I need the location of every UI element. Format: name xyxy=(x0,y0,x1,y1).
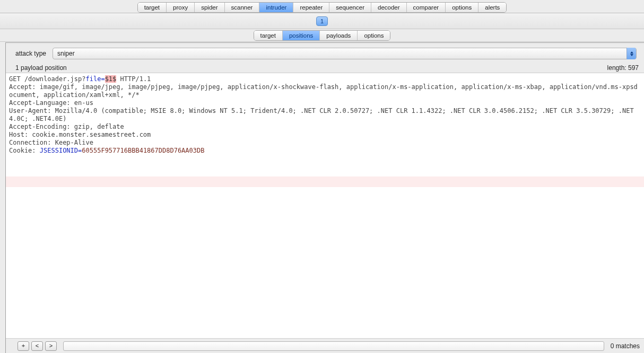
url-param-name: file= xyxy=(86,75,105,83)
request-length-label: length: 597 xyxy=(607,64,639,72)
attack-type-label: attack type xyxy=(15,50,46,57)
attack-type-row: attack type sniper xyxy=(6,43,644,64)
main-tab-spider[interactable]: spider xyxy=(195,3,224,12)
request-text: Host: cookie.monster.sesamestreet.com xyxy=(9,131,151,138)
next-match-button[interactable]: > xyxy=(45,341,57,351)
prev-match-button[interactable]: < xyxy=(31,341,43,351)
sub-tab-positions[interactable]: positions xyxy=(283,31,320,40)
main-tab-comparer[interactable]: comparer xyxy=(407,3,446,12)
main-tab-target[interactable]: target xyxy=(138,3,167,12)
editor-bottom-toolbar: + < > 0 matches xyxy=(6,338,644,353)
attack-type-select[interactable]: sniper xyxy=(53,48,637,59)
main-tab-scanner[interactable]: scanner xyxy=(225,3,260,12)
highlight-band xyxy=(6,176,644,187)
payload-position-count: 1 payload position xyxy=(15,64,67,72)
dropdown-arrows-icon xyxy=(626,48,636,59)
sub-tab-bar: targetpositionspayloadsoptions xyxy=(0,29,644,42)
main-tab-alerts[interactable]: alerts xyxy=(478,3,506,12)
main-tab-intruder[interactable]: intruder xyxy=(259,3,293,12)
sub-tab-target[interactable]: target xyxy=(254,31,283,40)
search-input[interactable] xyxy=(63,341,604,351)
positions-status-row: 1 payload position length: 597 xyxy=(6,64,644,73)
request-text: User-Agent: Mozilla/4.0 (compatible; MSI… xyxy=(9,107,634,122)
request-text: HTTP/1.1 xyxy=(116,75,151,83)
main-tab-bar: targetproxyspiderscannerintruderrepeater… xyxy=(0,0,644,13)
attack-tab-bar: 1 xyxy=(0,13,644,29)
cookie-value: 60555F957716BBB41867DD8D76AA03DB xyxy=(82,147,204,154)
attack-type-value: sniper xyxy=(57,50,75,57)
payload-marker: $1$ xyxy=(105,75,117,83)
request-text: Accept-Language: en-us xyxy=(9,99,93,107)
main-tab-decoder[interactable]: decoder xyxy=(371,3,407,12)
main-tab-proxy[interactable]: proxy xyxy=(167,3,195,12)
main-tab-sequencer[interactable]: sequencer xyxy=(329,3,371,12)
intruder-positions-panel: attack type sniper 1 payload position le… xyxy=(5,42,644,353)
request-text: Accept: image/gif, image/jpeg, image/pjp… xyxy=(9,83,638,99)
request-text: Cookie: xyxy=(9,147,40,154)
sub-tab-payloads[interactable]: payloads xyxy=(320,31,358,40)
main-tab-repeater[interactable]: repeater xyxy=(293,3,329,12)
request-text: Accept-Encoding: gzip, deflate xyxy=(9,123,124,130)
request-text: Connection: Keep-Alive xyxy=(9,139,93,146)
main-tab-options[interactable]: options xyxy=(446,3,478,12)
sub-tab-options[interactable]: options xyxy=(358,31,390,40)
request-editor[interactable]: GET /downloader.jsp?file=$1$ HTTP/1.1 Ac… xyxy=(6,73,644,338)
attack-tab-1[interactable]: 1 xyxy=(316,16,328,26)
cookie-key: JSESSIONID= xyxy=(40,147,82,154)
add-button[interactable]: + xyxy=(18,341,29,351)
request-text: GET /downloader.jsp? xyxy=(9,75,86,83)
match-count-label: 0 matches xyxy=(611,342,640,350)
